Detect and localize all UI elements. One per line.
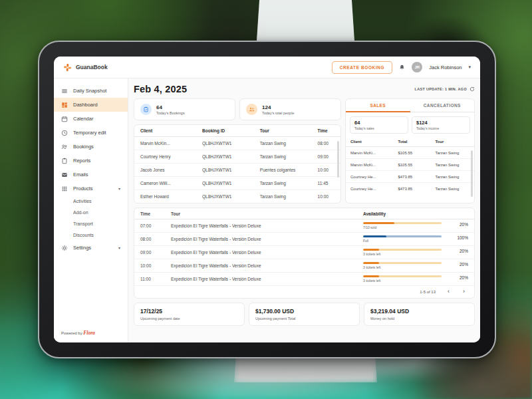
sales-table: Client Total Tour Marvin McKi... $105.55 [346, 137, 474, 194]
availability-bar: Full [363, 235, 442, 243]
table-row[interactable]: Marvin McKi... $105.55 Tarzan Swing [346, 147, 474, 159]
column-header[interactable]: Client [134, 125, 196, 137]
cell-client: Esther Howard [134, 190, 196, 203]
cell-client: Courtney Henry [134, 150, 196, 164]
tab-cancelations[interactable]: CANCELATIONS [410, 99, 475, 112]
column-header[interactable]: Tour [254, 125, 312, 137]
clipboard-icon [61, 158, 68, 164]
sidebar-subitem-discounts[interactable]: Discounts [54, 229, 128, 241]
cell-client: Marvin McKi... [346, 147, 393, 159]
bookings-table: Client Booking ID Tour Time Marvin McKin… [134, 125, 340, 203]
brand: GuanaBook [63, 63, 108, 72]
card-label: Upcoming payment date [140, 317, 238, 321]
user-menu-chevron-down-icon[interactable]: ▾ [468, 65, 471, 70]
cell-booking-id: QL8HJXWTW1 [196, 164, 254, 177]
sidebar: Daily Snapshot Dashboard [54, 78, 128, 342]
sidebar-subitem-transport[interactable]: Transport [54, 218, 128, 229]
sidebar-item-products[interactable]: Products ▾ [54, 182, 128, 196]
cell-total: $473.85 [393, 183, 430, 195]
table-row[interactable]: Marvin McKi... $105.55 Tarzan Swing [346, 159, 474, 171]
clock-icon [61, 130, 68, 136]
table-row[interactable]: Marvin McKin... QL8HJXWTW1 Tarzan Swing … [134, 137, 340, 150]
cell-total: $105.55 [393, 159, 430, 171]
card-label: Upcoming payment Total [255, 317, 353, 321]
powered-by-label: Powered by [61, 331, 82, 335]
refresh-icon[interactable] [469, 86, 475, 92]
stat-label: Today's sales [354, 126, 404, 130]
availability-row[interactable]: 08:00 Expedición El Tigre Waterfalls - V… [134, 233, 474, 246]
user-avatar[interactable]: JR [412, 62, 422, 72]
sidebar-item-calendar[interactable]: Calendar [54, 112, 128, 126]
sidebar-item-dashboard[interactable]: Dashboard [54, 98, 128, 112]
cell-client: Courtney He... [346, 183, 393, 195]
tab-sales[interactable]: SALES [346, 99, 410, 112]
cell-time: 10:00 [312, 164, 340, 177]
table-row[interactable]: Courtney He... $473.85 Tarzan Swing [346, 171, 474, 183]
cell-client: Jacob Jones [134, 164, 196, 177]
column-header[interactable]: Booking ID [196, 125, 254, 137]
stat-value: 124 [262, 104, 294, 110]
sales-table-card: Client Total Tour Marvin McKi... $105.55 [346, 137, 474, 194]
stat-card-people: 124 Today's total people [239, 98, 341, 120]
clipboard-check-icon [140, 104, 152, 115]
stat-value: 64 [354, 120, 404, 126]
chevron-down-icon[interactable]: ▾ [118, 245, 120, 250]
stat-label: Today's Bookings [156, 111, 185, 115]
menu-lines-icon [61, 88, 68, 94]
sidebar-item-temporary-edit[interactable]: Temporary edit [54, 126, 128, 140]
cell-client: Courtney He... [346, 171, 393, 183]
sidebar-subitem-add-on[interactable]: Add-on [54, 207, 128, 218]
sidebar-item-reports[interactable]: Reports [54, 154, 128, 168]
column-header[interactable]: Time [312, 125, 340, 137]
availability-percent: 20% [460, 222, 468, 227]
stat-card-bookings: 64 Today's Bookings [134, 98, 235, 120]
pagination-prev-icon[interactable]: ‹ [446, 289, 451, 295]
chevron-down-icon[interactable]: ▾ [118, 186, 120, 191]
cell-time: 10:00 [140, 263, 171, 268]
availability-row[interactable]: 09:00 Expedición El Tigre Waterfalls - V… [134, 246, 474, 259]
column-header[interactable]: Availability [363, 211, 468, 216]
column-header[interactable]: Client [346, 137, 393, 147]
stat-value: 64 [156, 104, 185, 110]
sidebar-item-bookings[interactable]: Bookings [54, 140, 128, 154]
sidebar-item-emails[interactable]: Emails [54, 168, 128, 182]
availability-row[interactable]: 07:00 Expedición El Tigre Waterfalls - V… [134, 219, 474, 233]
table-row[interactable]: Courtney Henry QL8HJXWTW1 Tarzan Swing 0… [134, 150, 340, 164]
last-update-label: LAST UPDATE: 1 MIN. AGO [415, 87, 467, 91]
notifications-bell-icon[interactable] [399, 64, 405, 70]
scrollbar[interactable] [337, 141, 339, 178]
create-booking-button[interactable]: CREATE BOOKING [332, 61, 393, 74]
pagination-next-icon[interactable]: › [462, 289, 466, 295]
sidebar-item-settings[interactable]: Settings ▾ [54, 241, 128, 255]
table-row[interactable]: Jacob Jones QL8HJXWTW1 Puentes colgantes… [134, 164, 340, 177]
powered-by: Powered by Flora [61, 330, 95, 336]
table-row[interactable]: Courtney He... $473.85 Tarzan Swing [346, 183, 474, 195]
cell-time: 07:00 [140, 223, 171, 228]
table-row[interactable]: Cameron Willi... QL8HJXWTW1 Tarzan Swing… [134, 177, 340, 190]
payment-date-card: 17/12/25 Upcoming payment date [134, 303, 245, 326]
table-row[interactable]: Esther Howard QL8HJXWTW1 Tarzan Swing 10… [134, 190, 340, 203]
cell-tour: Puentes colgantes [254, 164, 312, 177]
availability-percent: 20% [460, 249, 468, 253]
availability-row[interactable]: 10:00 Expedición El Tigre Waterfalls - V… [134, 259, 474, 273]
sidebar-item-daily-snapshot[interactable]: Daily Snapshot [54, 84, 128, 98]
dashboard-icon [61, 102, 68, 108]
availability-row[interactable]: 11:00 Expedición El Tigre Waterfalls - V… [134, 273, 474, 286]
cell-time: 11:00 [140, 277, 171, 281]
card-value: 17/12/25 [140, 308, 238, 315]
column-header[interactable]: Tour [430, 137, 474, 147]
scrollbar[interactable] [471, 150, 473, 197]
payment-total-card: $1,730.00 USD Upcoming payment Total [249, 303, 360, 326]
cell-client: Marvin McKi... [346, 159, 393, 171]
column-header[interactable]: Total [393, 137, 430, 147]
background-photo: GuanaBook CREATE BOOKING JR Jack Robinso… [0, 0, 532, 399]
cell-tour: Tarzan Swing [254, 190, 312, 203]
cell-time: 08:00 [312, 137, 340, 150]
stat-value: $124 [416, 120, 466, 126]
cell-time: 08:00 [140, 237, 171, 241]
column-header[interactable]: Time [140, 211, 171, 216]
sidebar-subitem-activities[interactable]: Activities [54, 196, 128, 207]
sidebar-subitem-label: Activities [73, 199, 92, 203]
column-header[interactable]: Tour [171, 211, 363, 216]
people-icon [246, 104, 257, 115]
